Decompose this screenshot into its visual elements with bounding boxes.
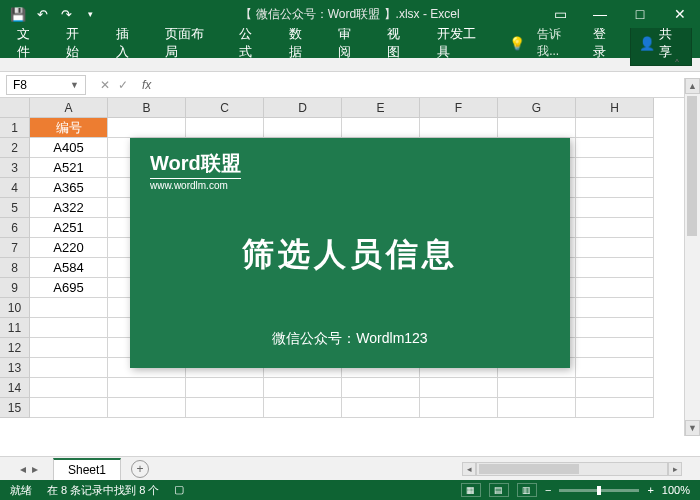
cell[interactable] [576, 358, 654, 378]
cell[interactable] [420, 398, 498, 418]
cell[interactable] [30, 338, 108, 358]
cell[interactable]: A220 [30, 238, 108, 258]
name-box[interactable]: F8 ▼ [6, 75, 86, 95]
col-header-E[interactable]: E [342, 98, 420, 118]
cell[interactable] [576, 138, 654, 158]
cell[interactable] [498, 398, 576, 418]
vscroll-thumb[interactable] [687, 96, 697, 236]
row-header-4[interactable]: 4 [0, 178, 30, 198]
scroll-right-icon[interactable]: ▸ [668, 462, 682, 476]
minimize-icon[interactable]: — [580, 0, 620, 28]
cell[interactable] [186, 118, 264, 138]
select-all-corner[interactable] [0, 98, 30, 118]
cell[interactable] [576, 398, 654, 418]
cell[interactable]: A521 [30, 158, 108, 178]
row-header-9[interactable]: 9 [0, 278, 30, 298]
cell[interactable] [108, 398, 186, 418]
cell[interactable] [576, 238, 654, 258]
login-link[interactable]: 登录 [593, 25, 618, 61]
page-break-icon[interactable]: ▥ [517, 483, 537, 497]
confirm-formula-icon[interactable]: ✓ [118, 78, 128, 92]
cell[interactable] [576, 318, 654, 338]
row-header-14[interactable]: 14 [0, 378, 30, 398]
close-icon[interactable]: ✕ [660, 0, 700, 28]
cell[interactable] [264, 398, 342, 418]
cell[interactable]: A405 [30, 138, 108, 158]
cell[interactable] [342, 118, 420, 138]
cell[interactable] [576, 158, 654, 178]
cell[interactable] [30, 318, 108, 338]
add-sheet-button[interactable]: + [131, 460, 149, 478]
fx-icon[interactable]: fx [136, 78, 157, 92]
chevron-down-icon[interactable]: ▼ [70, 80, 79, 90]
col-header-F[interactable]: F [420, 98, 498, 118]
redo-icon[interactable]: ↷ [58, 6, 74, 22]
cell[interactable] [420, 378, 498, 398]
zoom-out-icon[interactable]: − [545, 484, 551, 496]
col-header-H[interactable]: H [576, 98, 654, 118]
macro-record-icon[interactable]: ▢ [174, 483, 184, 498]
formula-input[interactable] [157, 75, 700, 95]
cell[interactable] [342, 378, 420, 398]
sheet-tab-1[interactable]: Sheet1 [53, 458, 121, 480]
row-header-5[interactable]: 5 [0, 198, 30, 218]
vertical-scrollbar[interactable]: ▲ ▼ [684, 78, 700, 436]
cell[interactable] [186, 398, 264, 418]
cell[interactable]: A365 [30, 178, 108, 198]
undo-icon[interactable]: ↶ [34, 6, 50, 22]
row-header-7[interactable]: 7 [0, 238, 30, 258]
cell[interactable] [264, 378, 342, 398]
cell[interactable] [576, 258, 654, 278]
ribbon-options-icon[interactable]: ▭ [540, 0, 580, 28]
row-header-2[interactable]: 2 [0, 138, 30, 158]
cell[interactable]: A251 [30, 218, 108, 238]
cancel-formula-icon[interactable]: ✕ [100, 78, 110, 92]
col-header-G[interactable]: G [498, 98, 576, 118]
cell[interactable] [498, 378, 576, 398]
cell[interactable] [576, 378, 654, 398]
cell[interactable] [576, 118, 654, 138]
scroll-up-icon[interactable]: ▲ [685, 78, 700, 94]
cell[interactable] [342, 398, 420, 418]
cell[interactable] [576, 218, 654, 238]
cell[interactable] [30, 398, 108, 418]
cell[interactable] [576, 198, 654, 218]
cell[interactable] [30, 378, 108, 398]
cell[interactable] [576, 178, 654, 198]
scroll-left-icon[interactable]: ◂ [462, 462, 476, 476]
cell[interactable] [108, 118, 186, 138]
cell[interactable]: A584 [30, 258, 108, 278]
cell[interactable] [420, 118, 498, 138]
cell[interactable] [498, 118, 576, 138]
row-header-1[interactable]: 1 [0, 118, 30, 138]
cell[interactable] [30, 298, 108, 318]
hscroll-thumb[interactable] [479, 464, 579, 474]
cell[interactable] [186, 378, 264, 398]
maximize-icon[interactable]: □ [620, 0, 660, 28]
row-header-6[interactable]: 6 [0, 218, 30, 238]
sheet-prev-icon[interactable]: ◂ [20, 462, 26, 476]
tell-me[interactable]: 告诉我... [537, 26, 581, 60]
scroll-down-icon[interactable]: ▼ [685, 420, 700, 436]
col-header-B[interactable]: B [108, 98, 186, 118]
row-header-13[interactable]: 13 [0, 358, 30, 378]
cell[interactable] [264, 118, 342, 138]
col-header-D[interactable]: D [264, 98, 342, 118]
normal-view-icon[interactable]: ▦ [461, 483, 481, 497]
collapse-ribbon-icon[interactable]: ˄ [674, 58, 680, 72]
row-header-10[interactable]: 10 [0, 298, 30, 318]
qat-dropdown-icon[interactable]: ▾ [82, 6, 98, 22]
row-header-8[interactable]: 8 [0, 258, 30, 278]
cell[interactable] [108, 378, 186, 398]
cell[interactable] [30, 358, 108, 378]
row-header-12[interactable]: 12 [0, 338, 30, 358]
row-header-3[interactable]: 3 [0, 158, 30, 178]
save-icon[interactable]: 💾 [10, 6, 26, 22]
col-header-A[interactable]: A [30, 98, 108, 118]
zoom-in-icon[interactable]: + [647, 484, 653, 496]
cell[interactable] [576, 338, 654, 358]
sheet-next-icon[interactable]: ▸ [32, 462, 38, 476]
cell[interactable] [576, 278, 654, 298]
zoom-slider[interactable] [559, 489, 639, 492]
horizontal-scrollbar[interactable]: ◂ ▸ [462, 462, 682, 476]
